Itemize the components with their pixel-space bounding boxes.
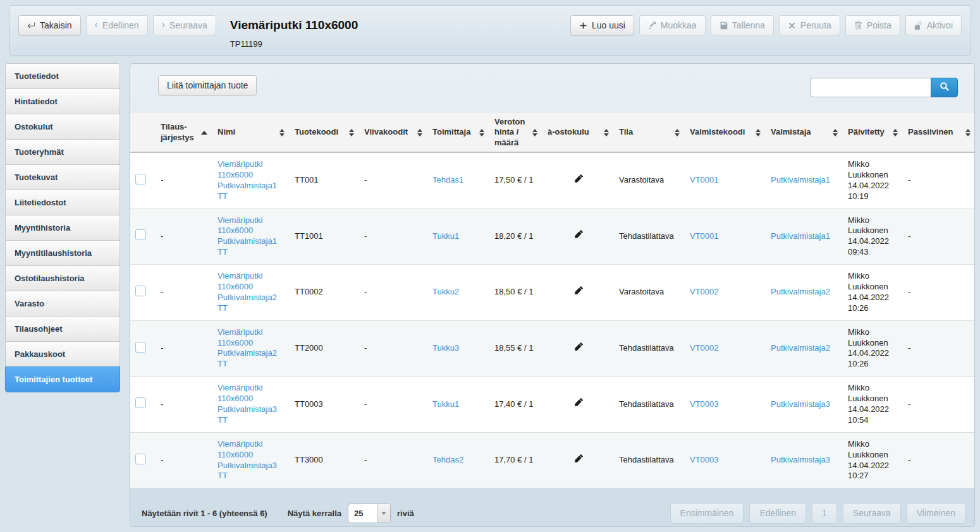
sidebar-item-ostokulut[interactable]: Ostokulut [5, 114, 120, 140]
header-checkbox-column [130, 113, 156, 152]
row-checkbox[interactable] [135, 454, 146, 464]
edit-pencil-icon[interactable] [573, 342, 583, 352]
cell-product-code: TT1001 [290, 209, 359, 265]
cell-order: - [156, 265, 212, 321]
maker-code-link[interactable]: VT0002 [690, 343, 719, 353]
cell-price: 18,50 € / 1 [489, 265, 542, 321]
product-name-link[interactable]: Viemäriputki 110x6000 Putkivalmistaja3 T… [217, 439, 277, 481]
header-passiivinen[interactable]: Passiivinen [903, 113, 975, 152]
back-button[interactable]: Takaisin [18, 15, 81, 35]
cell-product-code: TT001 [290, 152, 359, 209]
pagination: Ensimmäinen Edellinen 1 Seuraava Viimein… [670, 503, 965, 524]
pagination-last-button[interactable]: Viimeinen [907, 503, 965, 524]
header-tuotekoodi[interactable]: Tuotekoodi [290, 113, 359, 152]
cell-status: Varastoitava [614, 152, 685, 209]
maker-link[interactable]: Putkivalmistaja2 [771, 287, 830, 296]
row-checkbox[interactable] [135, 174, 146, 184]
header-a-ostokulu[interactable]: à-ostokulu [542, 113, 614, 152]
previous-record-button[interactable]: ‹ Edellinen [86, 15, 148, 35]
edit-pencil-icon[interactable] [573, 286, 583, 296]
sidebar-item-toimittajien-tuotteet[interactable]: Toimittajien tuotteet [5, 366, 120, 392]
top-toolbar: Takaisin ‹ Edellinen › Seuraava Viemärip… [9, 5, 971, 56]
sidebar-item-myyntihistoria[interactable]: Myyntihistoria [5, 215, 120, 241]
cell-status: Tehdastilattava [614, 377, 685, 433]
header-nimi[interactable]: Nimi [212, 113, 290, 152]
sidebar-item-pakkauskoot[interactable]: Pakkauskoot [5, 341, 120, 367]
create-new-button[interactable]: Luo uusi [570, 15, 634, 35]
row-checkbox[interactable] [135, 397, 146, 408]
maker-code-link[interactable]: VT0003 [690, 455, 719, 464]
maker-code-link[interactable]: VT0001 [690, 175, 719, 184]
row-checkbox[interactable] [135, 286, 146, 296]
sidebar-item-label: Tuotetiedot [15, 71, 59, 81]
sidebar-item-tilausohjeet[interactable]: Tilausohjeet [5, 316, 120, 342]
maker-link[interactable]: Putkivalmistaja1 [771, 175, 830, 184]
product-name-link[interactable]: Viemäriputki 110x6000 Putkivalmistaja1 T… [217, 159, 277, 201]
sort-icon [279, 129, 285, 136]
supplier-link[interactable]: Tukku1 [432, 231, 459, 241]
edit-pencil-icon[interactable] [573, 454, 583, 464]
pencil-icon [648, 21, 656, 30]
sidebar-item-label: Ostokulut [15, 122, 53, 131]
maker-link[interactable]: Putkivalmistaja2 [771, 343, 830, 353]
table-row: - Viemäriputki 110x6000 Putkivalmistaja2… [130, 265, 975, 321]
pagination-next-button[interactable]: Seuraava [843, 503, 901, 524]
maker-link[interactable]: Putkivalmistaja3 [771, 455, 830, 464]
product-name-link[interactable]: Viemäriputki 110x6000 Putkivalmistaja1 T… [217, 215, 277, 257]
next-record-button[interactable]: › Seuraava [153, 15, 216, 35]
header-toimittaja[interactable]: Toimittaja [427, 113, 489, 152]
cell-product-code: TT2000 [290, 320, 359, 377]
supplier-link[interactable]: Tukku1 [432, 399, 459, 409]
product-name-link[interactable]: Viemäriputki 110x6000 Putkivalmistaja2 T… [217, 327, 277, 369]
header-tila[interactable]: Tila [614, 113, 685, 152]
pagination-page-button[interactable]: 1 [812, 503, 837, 524]
save-label: Tallenna [732, 20, 765, 30]
sidebar-item-hintatiedot[interactable]: Hintatiedot [5, 88, 120, 114]
row-checkbox[interactable] [135, 342, 146, 353]
save-button[interactable]: Tallenna [711, 15, 774, 35]
cancel-label: Peruuta [800, 20, 831, 30]
sort-icon [349, 129, 354, 136]
supplier-link[interactable]: Tukku2 [432, 287, 459, 296]
maker-link[interactable]: Putkivalmistaja3 [771, 399, 830, 409]
maker-code-link[interactable]: VT0001 [690, 231, 719, 241]
sidebar-item-myyntitilaushistoria[interactable]: Myyntitilaushistoria [5, 240, 120, 266]
supplier-link[interactable]: Tehdas1 [432, 175, 463, 184]
page-size-select[interactable]: 25 [348, 504, 391, 523]
cancel-button[interactable]: Peruuta [779, 15, 840, 35]
header-tilausjarjestys[interactable]: Tilaus-järjestys [156, 113, 212, 152]
delete-button[interactable]: Poista [845, 15, 900, 35]
supplier-link[interactable]: Tukku3 [432, 343, 459, 353]
product-name-link[interactable]: Viemäriputki 110x6000 Putkivalmistaja2 T… [217, 271, 277, 313]
supplier-link[interactable]: Tehdas2 [432, 455, 463, 464]
sidebar-item-tuoteryhmat[interactable]: Tuoteryhmät [5, 139, 120, 165]
header-valmistaja[interactable]: Valmistaja [766, 113, 843, 152]
header-veroton-hinta[interactable]: Veroton hinta / määrä [489, 113, 542, 152]
sidebar-item-tuotetiedot[interactable]: Tuotetiedot [5, 63, 120, 89]
search-input[interactable] [811, 78, 931, 97]
sidebar: Tuotetiedot Hintatiedot Ostokulut Tuoter… [5, 63, 120, 392]
edit-button[interactable]: Muokkaa [639, 15, 706, 35]
maker-code-link[interactable]: VT0002 [690, 287, 719, 296]
edit-pencil-icon[interactable] [573, 174, 583, 184]
edit-pencil-icon[interactable] [573, 398, 583, 408]
pagination-first-button[interactable]: Ensimmäinen [670, 503, 744, 524]
header-paivitetty[interactable]: Päivitetty [843, 113, 903, 152]
sidebar-item-ostotilaushistoria[interactable]: Ostotilaushistoria [5, 265, 120, 291]
row-checkbox[interactable] [135, 229, 146, 240]
back-button-label: Takaisin [40, 20, 72, 30]
sidebar-item-liitetiedostot[interactable]: Liitetiedostot [5, 190, 120, 215]
sidebar-item-varasto[interactable]: Varasto [5, 291, 120, 317]
page-size-suffix-label: riviä [397, 509, 414, 518]
pagination-previous-button[interactable]: Edellinen [749, 503, 806, 524]
search-button[interactable] [931, 78, 958, 97]
sidebar-item-tuotekuvat[interactable]: Tuotekuvat [5, 164, 120, 190]
maker-link[interactable]: Putkivalmistaja1 [771, 231, 830, 241]
header-viivakoodit[interactable]: Viivakoodit [359, 113, 427, 152]
product-name-link[interactable]: Viemäriputki 110x6000 Putkivalmistaja3 T… [217, 383, 277, 425]
edit-pencil-icon[interactable] [573, 230, 583, 239]
attach-supplier-product-button[interactable]: Liitä toimittajan tuote [158, 75, 257, 95]
header-valmistekoodi[interactable]: Valmistekoodi [685, 113, 766, 152]
activate-button[interactable]: Aktivoi [905, 15, 962, 35]
maker-code-link[interactable]: VT0003 [690, 399, 719, 409]
